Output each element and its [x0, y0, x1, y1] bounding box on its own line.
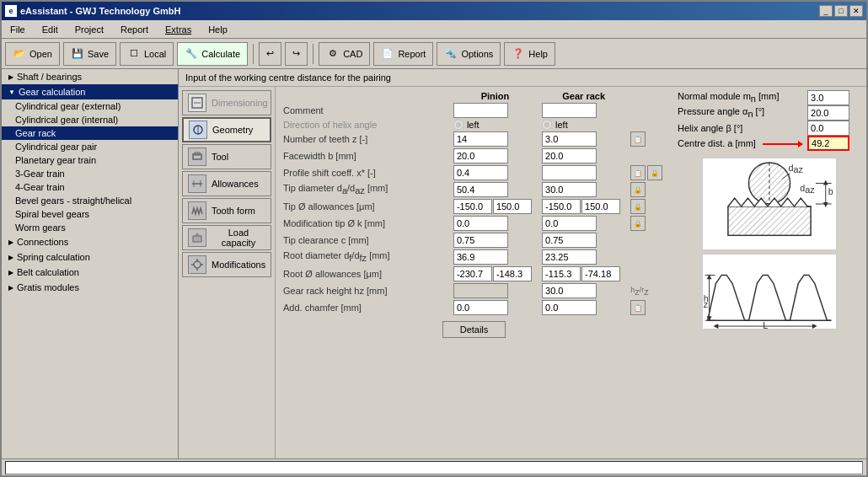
- profile-shift-lock-icon[interactable]: 🔒: [647, 165, 662, 180]
- redo-button[interactable]: ↪: [285, 42, 308, 66]
- tip-diam-lock-icon[interactable]: 🔒: [630, 182, 646, 197]
- tip-allow-rack-hi-input[interactable]: [581, 199, 620, 214]
- menu-help[interactable]: Help: [203, 23, 233, 36]
- sidebar-item-belt[interactable]: ▶ Belt calculation: [2, 265, 178, 280]
- sidebar-item-cyl-pair[interactable]: Cylindrical gear pair: [2, 140, 178, 153]
- tip-allow-rack-lo-input[interactable]: [542, 199, 581, 214]
- save-button[interactable]: 💾 Save: [63, 42, 116, 66]
- sidebar-item-spiral[interactable]: Spiral bevel gears: [2, 207, 178, 221]
- dimensioning-icon: [188, 94, 206, 112]
- num-teeth-pinion-input[interactable]: [453, 131, 508, 147]
- help-button[interactable]: ❓ Help: [504, 42, 555, 66]
- tip-diam-rack-input[interactable]: [542, 182, 597, 197]
- sidebar-item-spring[interactable]: ▶ Spring calculation: [2, 249, 178, 265]
- separator-2: [313, 44, 313, 64]
- table-row: Tip Ø allowances [μm]: [281, 198, 667, 215]
- options-button[interactable]: 🔩 Options: [437, 42, 501, 66]
- root-allow-pinion-lo-input[interactable]: [453, 266, 492, 281]
- profile-shift-pinion-input[interactable]: [453, 165, 508, 180]
- chamfer-rack-input[interactable]: [542, 300, 597, 315]
- minimize-button[interactable]: _: [819, 5, 833, 17]
- menu-extras[interactable]: Extras: [160, 23, 196, 36]
- sidebar-item-cyl-int[interactable]: Cylindrical gear (internal): [2, 113, 178, 126]
- sidebar-item-worm[interactable]: Worm gears: [2, 221, 178, 234]
- comment-pinion-input[interactable]: [453, 103, 508, 118]
- num-teeth-rack-input[interactable]: [542, 131, 597, 147]
- tip-allow-lock-icon[interactable]: 🔒: [630, 199, 646, 214]
- load-capacity-nav-button[interactable]: Load capacity: [182, 225, 271, 250]
- sidebar-item-shaft[interactable]: ▶ Shaft / bearings: [2, 69, 178, 84]
- comment-rack-input[interactable]: [542, 103, 597, 118]
- tip-clear-rack-input[interactable]: [542, 233, 597, 248]
- sidebar-item-gear-calc[interactable]: ▼ Gear calculation: [2, 84, 178, 99]
- facewidth-pinion-input[interactable]: [453, 148, 508, 163]
- sidebar-item-gear-rack[interactable]: Gear rack: [2, 126, 178, 140]
- tip-allow-pinion-hi-input[interactable]: [493, 199, 532, 214]
- tip-allow-pinion-lo-input[interactable]: [453, 199, 492, 214]
- panel-header: Input of the working centre distance for…: [179, 69, 866, 87]
- helix-rack-left-radio[interactable]: [542, 120, 552, 130]
- sidebar-item-3gear[interactable]: 3-Gear train: [2, 167, 178, 180]
- mod-tip-rack-input[interactable]: [542, 216, 597, 231]
- expand-arrow-gratis: ▶: [8, 284, 13, 292]
- close-button[interactable]: ✕: [849, 5, 863, 17]
- allowances-nav-button[interactable]: Allowances: [182, 171, 271, 196]
- params-table: Pinion Gear rack Comment: [281, 90, 667, 316]
- cad-button[interactable]: ⚙ CAD: [319, 42, 370, 66]
- tip-diam-pinion-input[interactable]: [453, 182, 508, 197]
- status-bar: [2, 458, 866, 475]
- profile-shift-rack-input[interactable]: [542, 165, 597, 180]
- facewidth-rack-input[interactable]: [542, 148, 597, 163]
- num-teeth-info-icon[interactable]: 📋: [630, 131, 646, 147]
- local-button[interactable]: ☐ Local: [120, 42, 174, 66]
- sidebar-item-bevel[interactable]: Bevel gears - straight/helical: [2, 194, 178, 207]
- dimensioning-nav-button[interactable]: Dimensioning: [182, 90, 271, 115]
- maximize-button[interactable]: □: [834, 5, 848, 17]
- expand-arrow: ▶: [8, 73, 13, 81]
- sidebar-item-planetary[interactable]: Planetary gear train: [2, 153, 178, 167]
- undo-button[interactable]: ↩: [259, 42, 281, 66]
- chamfer-pinion-input[interactable]: [453, 300, 508, 315]
- calculate-icon: 🔧: [185, 47, 198, 61]
- menu-report[interactable]: Report: [115, 23, 153, 36]
- calculate-button[interactable]: 🔧 Calculate: [177, 42, 248, 66]
- sidebar-item-cyl-ext[interactable]: Cylindrical gear (external): [2, 99, 178, 113]
- sidebar-item-gratis[interactable]: ▶ Gratis modules: [2, 280, 178, 295]
- options-icon: 🔩: [444, 47, 458, 61]
- norm-module-input[interactable]: [807, 90, 849, 105]
- helix-pinion-left-radio[interactable]: [453, 120, 463, 130]
- sidebar-item-4gear[interactable]: 4-Gear train: [2, 180, 178, 194]
- table-row: Root Ø allowances [μm]: [281, 265, 667, 282]
- mod-tip-lock-icon[interactable]: 🔒: [630, 216, 646, 231]
- root-allow-pinion-hi-input[interactable]: [493, 266, 532, 281]
- pressure-angle-input[interactable]: [807, 105, 849, 121]
- modifications-nav-button[interactable]: Modifications: [182, 252, 271, 277]
- sidebar-item-connections[interactable]: ▶ Connections: [2, 234, 178, 249]
- mod-tip-pinion-input[interactable]: [453, 216, 508, 231]
- table-row: Normal module mn [mm]: [678, 90, 861, 105]
- root-diam-rack-input[interactable]: [542, 249, 597, 265]
- svg-rect-21: [728, 206, 811, 235]
- profile-shift-info-icon[interactable]: 📋: [630, 165, 646, 180]
- chamfer-info-icon[interactable]: 📋: [630, 300, 646, 315]
- tip-clear-pinion-input[interactable]: [453, 233, 508, 248]
- helix-angle-input[interactable]: [807, 121, 849, 136]
- table-row: Tip diameter da/daz [mm] 🔒: [281, 181, 667, 198]
- tool-nav-button[interactable]: Tool: [182, 144, 271, 169]
- rack-height-rack-input[interactable]: [542, 283, 597, 298]
- menu-edit[interactable]: Edit: [37, 23, 63, 36]
- title-bar: e eAssistant - GWJ Technology GmbH _ □ ✕: [2, 2, 866, 20]
- rack-height-label-icon: hz/rz: [630, 286, 665, 297]
- centre-dist-input[interactable]: [807, 136, 849, 151]
- open-button[interactable]: 📂 Open: [5, 42, 60, 66]
- root-allow-rack-lo-input[interactable]: [542, 266, 581, 281]
- svg-marker-10: [195, 233, 200, 236]
- geometry-nav-button[interactable]: Geometry: [182, 117, 271, 142]
- menu-project[interactable]: Project: [70, 23, 109, 36]
- root-diam-pinion-input[interactable]: [453, 249, 508, 265]
- details-button[interactable]: Details: [442, 321, 506, 338]
- menu-file[interactable]: File: [5, 23, 30, 36]
- tooth-form-nav-button[interactable]: Tooth form: [182, 198, 271, 223]
- root-allow-rack-hi-input[interactable]: [581, 266, 620, 281]
- report-button[interactable]: 📄 Report: [373, 42, 433, 66]
